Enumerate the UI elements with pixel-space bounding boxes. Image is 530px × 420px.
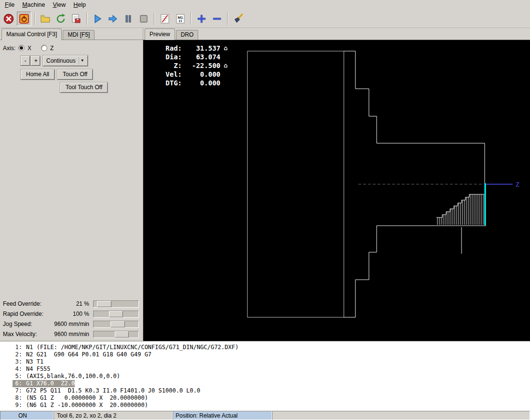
- jog-speed-slider[interactable]: [93, 321, 139, 328]
- rapid-override-row: Rapid Override: 100 %: [3, 310, 139, 318]
- feed-override-row: Feed Override: 21 %: [3, 299, 139, 308]
- tool-info-cell: Tool 6, zo 2, xo 2, dia 2: [54, 411, 173, 420]
- home-all-button[interactable]: Home All: [21, 69, 54, 80]
- toolbar-separator: [190, 13, 191, 25]
- part-profile-bottom: [344, 226, 486, 317]
- pause-icon: [122, 13, 134, 25]
- stop-icon: [138, 13, 149, 25]
- feed-override-slider[interactable]: [93, 300, 139, 308]
- jog-speed-row: Jog Speed: 9600 mm/min: [3, 320, 139, 328]
- feed-override-thumb[interactable]: [97, 301, 111, 307]
- gcode-line-4[interactable]: 4: N4 F555: [13, 366, 51, 373]
- max-velocity-label: Max Velocity:: [3, 331, 54, 338]
- jog-speed-thumb[interactable]: [110, 321, 125, 327]
- gcode-line-2[interactable]: 2: N2 G21 G90 G64 P0.01 G18 G40 G49 G7: [13, 351, 151, 358]
- toolbar-separator: [86, 13, 87, 25]
- tab-mdi[interactable]: MDI [F5]: [63, 30, 95, 40]
- chevron-down-icon: ▼: [79, 57, 86, 65]
- estop-icon: [3, 13, 14, 25]
- jog-minus-button[interactable]: -: [21, 56, 30, 66]
- pause-button[interactable]: [121, 12, 136, 26]
- override-sliders: Feed Override: 21 % Rapid Override: 100 …: [3, 299, 141, 340]
- reload-file-button[interactable]: [54, 12, 68, 26]
- jog-mode-select[interactable]: Continuous ▼: [43, 55, 88, 66]
- rapid-override-slider[interactable]: [93, 311, 139, 318]
- gcode-line-9[interactable]: 9: (N6 G1 Z -10.0000000 X 20.0000000): [13, 402, 148, 409]
- part-profile-top: [344, 51, 485, 184]
- reload-tool-table-button[interactable]: [69, 12, 83, 26]
- rapid-override-label: Rapid Override:: [3, 311, 73, 317]
- position-mode-cell: Position: Relative Actual: [173, 411, 272, 420]
- stock-outline: [247, 51, 344, 317]
- skip-lines-icon: [159, 13, 171, 25]
- axis-z-label: Z: [50, 45, 54, 52]
- menu-machine[interactable]: Machine: [18, 0, 49, 10]
- preview-canvas[interactable]: Z Rad: 31.537 ⌂ Dia: 63.074 Z: -22.500: [143, 40, 530, 341]
- run-step-button[interactable]: [106, 12, 120, 26]
- dro-dia-row: Dia: 63.074: [161, 53, 228, 61]
- tab-dro[interactable]: DRO: [176, 30, 199, 40]
- jog-row: - + Continuous ▼: [21, 55, 141, 66]
- toolbar-separator: [34, 13, 35, 25]
- gcode-line-1[interactable]: 1: N1 (FILE: /HOME/NKP/GIT/LINUXCNC/CONF…: [13, 344, 239, 351]
- optional-pause-toggle[interactable]: M1: [173, 12, 188, 26]
- tab-preview[interactable]: Preview: [145, 28, 175, 40]
- menu-help[interactable]: Help: [69, 0, 90, 10]
- jog-plus-button[interactable]: +: [31, 56, 40, 66]
- right-tabstrip: Preview DRO: [143, 28, 530, 40]
- zoom-out-button[interactable]: [210, 12, 224, 26]
- max-velocity-row: Max Velocity: 9600 mm/min: [3, 330, 139, 339]
- dro-rad-row: Rad: 31.537 ⌂: [161, 44, 228, 53]
- toolbar: M1: [0, 10, 530, 28]
- run-button[interactable]: [90, 12, 105, 26]
- rapid-override-thumb[interactable]: [109, 311, 123, 317]
- gcode-line-3[interactable]: 3: N3 T1: [13, 358, 43, 366]
- gcode-line-7[interactable]: 7: G72 P5 Q11 D1.5 K0.3 I1.0 F1401.0 J0 …: [13, 387, 200, 394]
- zoom-in-button[interactable]: [194, 12, 209, 26]
- skip-lines-toggle[interactable]: [158, 12, 172, 26]
- feed-override-label: Feed Override:: [3, 300, 76, 307]
- dro-dtg-row: DTG: 0.000: [161, 79, 228, 87]
- toolbar-separator: [227, 13, 228, 25]
- axis-z-radio[interactable]: [41, 45, 47, 51]
- estop-button[interactable]: [1, 12, 16, 26]
- home-icon: ⌂: [224, 62, 228, 68]
- manual-control-panel: Axis: X Z - + Continuous ▼ Home All: [0, 40, 143, 341]
- left-panel: Manual Control [F3] MDI [F5] Axis: X Z -…: [0, 28, 143, 341]
- axis-row: Axis: X Z: [3, 44, 141, 53]
- open-file-icon: [40, 13, 51, 25]
- open-file-button[interactable]: [38, 12, 53, 26]
- menu-bar: File Machine View Help: [0, 0, 530, 10]
- machine-power-icon: [18, 13, 30, 25]
- max-velocity-thumb[interactable]: [115, 331, 129, 338]
- jog-mode-value: Continuous: [46, 57, 76, 64]
- menu-view[interactable]: View: [49, 0, 69, 10]
- machine-state-cell: ON: [0, 411, 54, 420]
- machine-power-button[interactable]: [17, 12, 31, 26]
- max-velocity-slider[interactable]: [93, 331, 139, 338]
- menu-file[interactable]: File: [1, 0, 18, 10]
- zoom-out-icon: [211, 13, 223, 25]
- gcode-line-5[interactable]: 5: (AXIS,blank,76.0,100.0,0.0): [13, 373, 120, 380]
- axis-x-label: X: [27, 45, 31, 52]
- dro-readout: Rad: 31.537 ⌂ Dia: 63.074 Z: -22.500 ⌂: [161, 44, 228, 87]
- stop-button[interactable]: [136, 12, 151, 26]
- jog-speed-label: Jog Speed:: [3, 321, 54, 327]
- gcode-line-6-active[interactable]: 6: G1 X76.0 Z2.0: [13, 380, 75, 387]
- touch-off-button[interactable]: Touch Off: [57, 69, 93, 80]
- max-velocity-value: 9600 mm/min: [54, 331, 89, 338]
- clear-plot-button[interactable]: [231, 12, 245, 26]
- run-icon: [92, 13, 103, 25]
- tool-touch-off-button[interactable]: Tool Touch Off: [60, 82, 108, 93]
- reload-file-icon: [55, 13, 67, 25]
- jog-speed-value: 9600 mm/min: [54, 321, 89, 327]
- tab-manual-control[interactable]: Manual Control [F3]: [1, 28, 62, 40]
- axis-x-radio[interactable]: [18, 45, 25, 51]
- z-axis-label: Z: [516, 181, 519, 188]
- statusbar-filler: [272, 411, 530, 420]
- gcode-listing: 1: N1 (FILE: /HOME/NKP/GIT/LINUXCNC/CONF…: [0, 341, 530, 411]
- reload-tool-table-icon: [70, 13, 82, 25]
- clear-plot-icon: [232, 13, 244, 25]
- rapid-override-value: 100 %: [73, 311, 89, 317]
- gcode-line-8[interactable]: 8: (N5 G1 Z 0.0000000 X 20.0000000): [13, 394, 148, 402]
